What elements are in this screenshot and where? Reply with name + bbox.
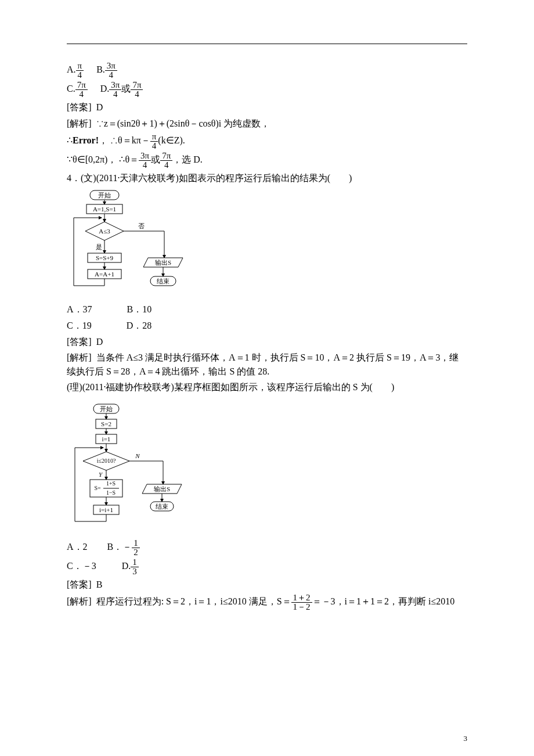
svg-text:i=1: i=1 [102, 435, 111, 442]
svg-text:A≤3: A≤3 [99, 228, 110, 235]
svg-text:否: 否 [138, 222, 145, 229]
svg-text:i=i+1: i=i+1 [99, 506, 113, 513]
q4b-answer: [答案] B [67, 577, 467, 592]
svg-text:结束: 结束 [157, 278, 169, 285]
q4b-stem: (理)(2011·福建协作校联考)某程序框图如图所示，该程序运行后输出的 S 为… [67, 380, 467, 395]
page-number: 3 [464, 734, 468, 743]
svg-text:输出S: 输出S [154, 485, 170, 492]
q4-opts-row2: C．19D．28 [67, 318, 467, 333]
svg-text:S=: S= [94, 485, 101, 491]
q3-analysis-l2: ∴Error!， ∴θ＝kπ－π4(k∈Z). [67, 132, 467, 150]
svg-text:开始: 开始 [100, 405, 113, 412]
q4b-opts-row1: A．2B．－12 [67, 539, 467, 557]
q4b-analysis: [解析] 程序运行过程为: S＝2，i＝1，i≤2010 满足，S＝1＋21－2… [67, 593, 467, 611]
q4-flowchart: 开始 A=1,S=1 A≤3 否 输出S 结束 是 S=S+9 [67, 189, 467, 300]
svg-text:输出S: 输出S [155, 259, 171, 266]
q4-opts-row1: A．37B．10 [67, 302, 467, 317]
q3-analysis-l1: [解析] ∵z＝(sin2θ＋1)＋(2sinθ－cosθ)i 为纯虚数， [67, 116, 467, 131]
q4-analysis: [解析] 当条件 A≤3 满足时执行循环体，A＝1 时，执行后 S＝10，A＝2… [67, 351, 467, 379]
svg-text:S=2: S=2 [101, 420, 111, 427]
svg-text:S=S+9: S=S+9 [96, 254, 114, 261]
q3-answer: [答案] D [67, 100, 467, 115]
svg-text:N: N [135, 452, 140, 459]
q3-analysis-l3: ∵θ∈[0,2π)， ∴θ＝3π4或7π4，选 D. [67, 152, 467, 170]
q4b-flowchart: 开始 S=2 i=1 i≤2010? N 输出S 结束 Y [67, 403, 467, 537]
q4b-opts-row2: C．－3D.13 [67, 558, 467, 576]
q3-opts-row2: C.7π4 D.3π4或7π4 [67, 81, 467, 99]
svg-text:Y: Y [99, 471, 103, 478]
svg-text:是: 是 [96, 243, 102, 250]
svg-text:i≤2010?: i≤2010? [97, 458, 116, 464]
svg-text:A=1,S=1: A=1,S=1 [93, 206, 116, 213]
svg-text:A=A+1: A=A+1 [95, 271, 114, 278]
svg-text:开始: 开始 [98, 192, 111, 199]
q3-opts-row1: A.π4 B.3π4 [67, 62, 467, 80]
q4-answer: [答案] D [67, 334, 467, 350]
svg-text:1+S: 1+S [106, 480, 116, 487]
q4-stem: 4．(文)(2011·天津六校联考)如图表示的程序运行后输出的结果为( ) [67, 171, 467, 186]
svg-text:结束: 结束 [156, 503, 168, 510]
svg-text:1−S: 1−S [106, 489, 116, 496]
